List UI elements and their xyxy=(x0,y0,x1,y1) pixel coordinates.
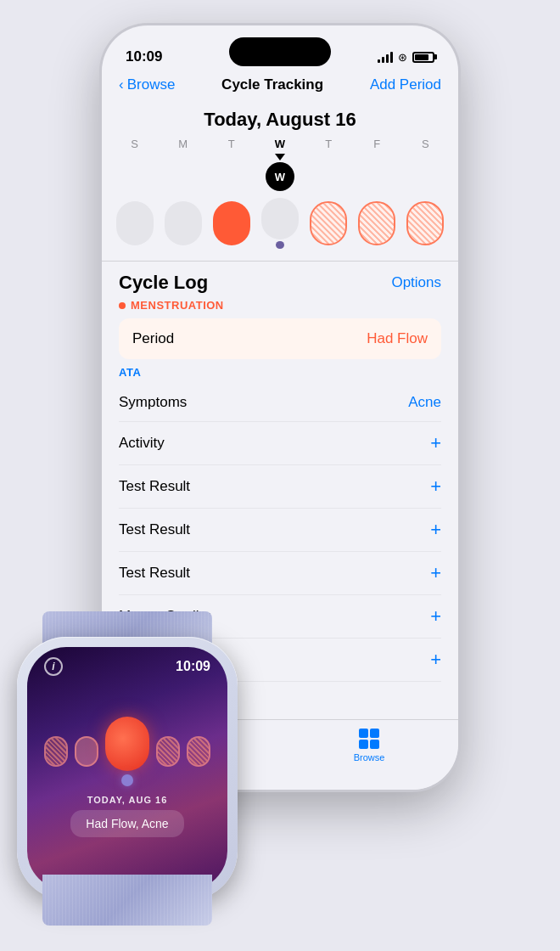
test-result-3-label: Test Result xyxy=(119,565,190,582)
chevron-left-icon: ‹ xyxy=(119,76,124,93)
day-cell-t1[interactable] xyxy=(210,198,254,249)
day-cell-m[interactable] xyxy=(161,198,205,249)
day-oval-today xyxy=(261,198,299,239)
hatch-overlay-1 xyxy=(311,203,345,244)
info-icon: i xyxy=(52,661,54,672)
options-button[interactable]: Options xyxy=(391,274,441,291)
menstruation-label: MENSTRUATION xyxy=(119,299,441,312)
day-cell-s1[interactable] xyxy=(113,198,157,249)
symptoms-value: Acne xyxy=(408,394,441,411)
test-result-1-add[interactable]: + xyxy=(430,476,441,498)
hatch-overlay-2 xyxy=(360,203,394,244)
calendar-section: S M T W T F S W xyxy=(102,136,458,250)
add-period-button[interactable]: Add Period xyxy=(370,76,441,93)
day-oval-empty-2 xyxy=(165,201,202,245)
ovulation-dot xyxy=(276,241,284,249)
wifi-icon: ⊛ xyxy=(398,51,407,64)
table-row[interactable]: Test Result + xyxy=(119,552,441,595)
day-label-s1: S xyxy=(113,138,157,150)
grid-cell-4 xyxy=(370,740,379,749)
day-label-f: F xyxy=(355,138,399,150)
day-oval-period-solid xyxy=(213,201,250,245)
watch-time: 10:09 xyxy=(176,659,210,674)
day-oval-hatched-2 xyxy=(358,201,395,245)
health-data-label: ATA xyxy=(119,366,441,379)
table-row[interactable]: Activity + xyxy=(119,422,441,465)
battery-icon xyxy=(412,52,434,63)
cycle-circle-small-4 xyxy=(187,736,210,767)
page-title: Cycle Tracking xyxy=(221,76,323,93)
cycle-circles-row xyxy=(44,717,210,786)
mucus-quality-add[interactable]: + xyxy=(430,605,441,627)
back-label: Browse xyxy=(127,76,176,93)
status-time: 10:09 xyxy=(126,48,162,65)
cycle-circle-small-2 xyxy=(75,736,98,767)
watch-summary: Had Flow, Acne xyxy=(70,810,183,837)
cycle-log-header: Cycle Log Options xyxy=(119,272,441,294)
watch-info-button[interactable]: i xyxy=(44,657,63,676)
watch-screen: i 10:09 xyxy=(27,647,227,890)
test-result-1-label: Test Result xyxy=(119,478,190,495)
table-row[interactable]: Test Result + xyxy=(119,465,441,509)
today-circle: W xyxy=(266,162,294,191)
cycle-dot-purple xyxy=(121,774,133,786)
nav-bar: ‹ Browse Cycle Tracking Add Period xyxy=(102,73,458,100)
day-labels-row: S M T W T F S xyxy=(110,136,450,152)
table-row[interactable]: Test Result + xyxy=(119,509,441,552)
signal-bar-2 xyxy=(382,57,384,63)
day-label-w: W xyxy=(258,138,302,150)
day-cell-t2[interactable] xyxy=(306,198,350,249)
symptoms-label: Symptoms xyxy=(119,394,187,411)
date-header: Today, August 16 xyxy=(102,100,458,136)
test-result-2-add[interactable]: + xyxy=(430,519,441,541)
menstruation-dot xyxy=(119,302,126,309)
activity-label: Activity xyxy=(119,435,165,452)
tab-browse[interactable]: Browse xyxy=(335,729,403,762)
watch-case: i 10:09 xyxy=(17,637,238,900)
dynamic-island xyxy=(229,37,331,66)
day-cell-s2[interactable] xyxy=(403,198,447,249)
menstruation-text: MENSTRUATION xyxy=(131,299,224,312)
grid-cell-3 xyxy=(359,740,368,749)
watch-status-bar: i 10:09 xyxy=(27,647,227,676)
signal-bar-1 xyxy=(378,59,380,63)
cycle-log-title: Cycle Log xyxy=(119,272,208,294)
day-label-t2: T xyxy=(306,138,350,150)
band-texture-bottom xyxy=(42,875,212,926)
day-label-t1: T xyxy=(210,138,254,150)
test-result-2-label: Test Result xyxy=(119,521,190,538)
period-value: Had Flow xyxy=(367,330,428,347)
browse-tab-label: Browse xyxy=(354,752,385,762)
watch-date: TODAY, AUG 16 xyxy=(87,795,168,805)
status-icons: ⊛ xyxy=(378,51,434,64)
today-triangle-icon xyxy=(275,154,285,160)
grid-cell-1 xyxy=(359,729,368,738)
day-oval-empty-1 xyxy=(116,201,154,245)
signal-bar-3 xyxy=(386,54,389,63)
day-cells-row[interactable] xyxy=(110,196,450,250)
battery-fill xyxy=(415,54,428,60)
cycle-circle-small-1 xyxy=(44,736,68,767)
day-cell-f[interactable] xyxy=(355,198,399,249)
watch-cycle-visual: TODAY, AUG 16 Had Flow, Acne xyxy=(27,676,227,890)
watch-band-bottom xyxy=(42,875,212,926)
activity-add[interactable]: + xyxy=(430,432,441,454)
day-oval-hatched-1 xyxy=(310,201,347,245)
today-indicator-row: W xyxy=(110,152,450,193)
hatch-overlay-3 xyxy=(408,203,442,244)
period-label: Period xyxy=(132,330,174,347)
divider-1 xyxy=(102,261,458,262)
temperature-add[interactable]: + xyxy=(430,649,441,671)
back-button[interactable]: ‹ Browse xyxy=(119,76,175,93)
cycle-circle-main xyxy=(105,717,149,771)
day-label-s2: S xyxy=(403,138,447,150)
signal-bar-4 xyxy=(390,52,393,63)
watch-frame: i 10:09 xyxy=(17,637,238,900)
browse-icon xyxy=(359,729,379,749)
day-label-m: M xyxy=(161,138,205,150)
period-row[interactable]: Period Had Flow xyxy=(119,318,441,359)
table-row[interactable]: Symptoms Acne xyxy=(119,384,441,422)
day-cell-w-today[interactable] xyxy=(258,198,302,249)
cycle-circle-small-3 xyxy=(156,736,180,767)
test-result-3-add[interactable]: + xyxy=(430,562,441,584)
